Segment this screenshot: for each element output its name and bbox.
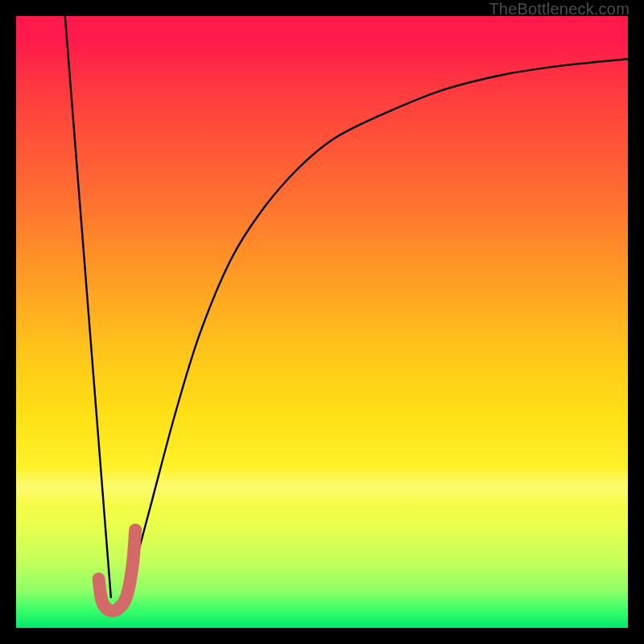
j-mark	[99, 530, 136, 610]
right-rising-curve	[126, 59, 628, 597]
plot-area	[16, 16, 628, 628]
chart-frame: TheBottleneck.com	[0, 0, 644, 644]
left-falling-line	[65, 16, 111, 597]
curve-layer	[16, 16, 628, 628]
